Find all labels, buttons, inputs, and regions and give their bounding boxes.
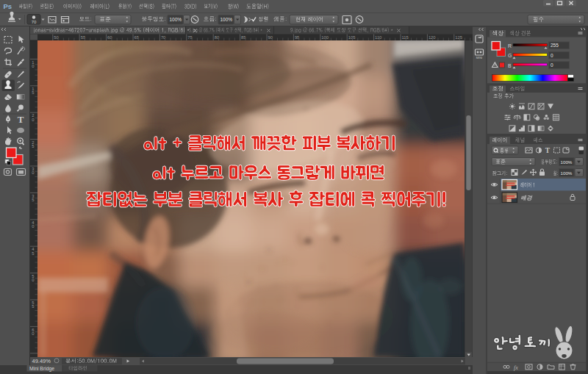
svg-text:0: 0 <box>551 62 553 68</box>
svg-text:T: T <box>18 114 24 125</box>
svg-text:100%: 100% <box>220 17 233 22</box>
svg-text:T: T <box>545 147 551 154</box>
svg-text:100%: 100% <box>561 159 573 165</box>
svg-text:0: 0 <box>32 118 34 122</box>
svg-text:MINI: MINI <box>476 56 482 60</box>
svg-text:5: 5 <box>32 251 34 256</box>
svg-text:70: 70 <box>32 20 37 24</box>
svg-text:G: G <box>508 53 512 58</box>
svg-text:110: 110 <box>375 35 381 40</box>
svg-text:125: 125 <box>455 35 462 40</box>
svg-text:fx: fx <box>514 364 518 371</box>
svg-text:Ps: Ps <box>4 2 12 10</box>
svg-text:R: R <box>508 43 512 48</box>
svg-text:115: 115 <box>402 35 409 40</box>
svg-text:105: 105 <box>348 35 356 40</box>
svg-text:5: 5 <box>32 90 34 95</box>
svg-text:B: B <box>508 63 512 68</box>
svg-text:255: 255 <box>551 43 559 48</box>
svg-text:0: 0 <box>32 331 34 336</box>
svg-text:100: 100 <box>321 35 329 40</box>
svg-text:100%: 100% <box>561 170 573 176</box>
svg-text:0: 0 <box>32 278 34 282</box>
svg-text:0: 0 <box>32 170 34 175</box>
svg-text:5: 5 <box>32 198 34 202</box>
svg-text:120: 120 <box>429 35 436 40</box>
svg-text:0: 0 <box>551 53 553 58</box>
svg-text:0: 0 <box>32 64 34 68</box>
svg-text:49.49%: 49.49% <box>32 358 51 364</box>
svg-text:Mini Bridge: Mini Bridge <box>29 366 54 372</box>
svg-text:0: 0 <box>32 224 34 229</box>
svg-text:100%: 100% <box>170 17 182 22</box>
svg-text:5: 5 <box>32 144 34 148</box>
svg-text:5: 5 <box>32 304 34 309</box>
